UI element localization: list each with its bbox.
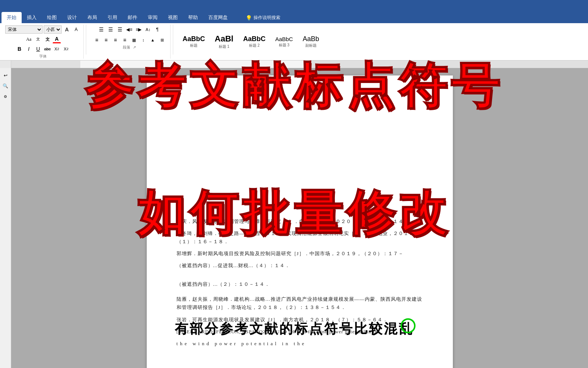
ribbon-tabs: 开始 插入 绘图 设计 布局 引用 邮件 审阅 视图 帮助 百度网盘 💡 操作说… — [0, 10, 588, 23]
sort-button[interactable]: A↕ — [144, 25, 152, 34]
search-button[interactable]: 💡 操作说明搜索 — [240, 12, 286, 23]
phonetic-btn[interactable]: 文 — [34, 35, 42, 43]
style-preview-subtitle: AaBb — [303, 35, 319, 43]
strikethrough-button[interactable]: abc — [43, 45, 52, 53]
para-second-row: ≡ ≡ ≡ ≡ ▦ ↕ ▲ ⊞ — [93, 36, 166, 44]
document-page: 孙庆．风力发电系统监测管理与故障分析研究［J］．自动化应用，２０２０，（１）：１… — [147, 75, 453, 368]
ref-item-2: 陆冬琦，吴剑锋．破题之路——广西２０１８年实现清洁能源全额消纳纪实［J］．广西电… — [177, 229, 423, 246]
font-top-row: 宋体 小四 A A — [5, 25, 80, 34]
font-size-select[interactable]: 小四 — [44, 25, 62, 34]
style-label-h2: 标题 2 — [249, 43, 259, 48]
paragraph-label: 段落 ↗ — [123, 45, 136, 50]
ref-item-7: 张岩．可再生能源发电现状及发展建议［J］．南方农机，２０１８，（７）：５８－６４… — [177, 316, 423, 324]
style-item-subtitle[interactable]: AaBb 副标题 — [299, 33, 323, 50]
wen-btn[interactable]: 文 — [43, 35, 52, 43]
style-item-h2[interactable]: AaBbC 标题 2 — [240, 33, 269, 50]
tab-help[interactable]: 帮助 — [183, 12, 203, 23]
ruler-track — [11, 61, 588, 68]
ref-item-3: 郭增辉．新时期风电项目投资风险及控制问题研究［J］．中国市场，２０１９，（２０）… — [177, 250, 423, 258]
font-section: 宋体 小四 A A Aa 文 文 A B I U abc X2 X2 字体 — [2, 25, 84, 59]
line-spacing-button[interactable]: ↕ — [139, 36, 147, 44]
tab-mail[interactable]: 邮件 — [122, 12, 143, 23]
align-center-button[interactable]: ≡ — [102, 36, 110, 44]
search-label: 操作说明搜索 — [253, 15, 280, 21]
cursor-circle — [401, 318, 416, 333]
style-preview-h2: AaBbC — [243, 35, 265, 43]
para-expand-icon[interactable]: ↗ — [133, 45, 136, 49]
superscript-button[interactable]: X2 — [62, 45, 70, 53]
left-sidebar: ↩ 🔍 ⚙ — [0, 68, 11, 368]
paragraph-section: ☰ ☰ ☰ ◀≡ ≡▶ A↕ ¶ ≡ ≡ ≡ ≡ ▦ ↕ ▲ ⊞ 段落 ↗ — [88, 25, 171, 59]
doc-container: 孙庆．风力发电系统监测管理与故障分析研究［J］．自动化应用，２０２０，（１）：１… — [11, 68, 588, 368]
style-preview-h3: AaBbC — [275, 36, 293, 43]
column-button[interactable]: ▦ — [130, 36, 138, 44]
style-label-h3: 标题 3 — [279, 43, 289, 48]
title-bar — [0, 0, 588, 10]
ruler — [0, 61, 588, 68]
ruler-corner — [0, 61, 11, 68]
tab-view[interactable]: 视图 — [163, 12, 183, 23]
sidebar-tool-3[interactable]: ⚙ — [2, 93, 9, 100]
underline-button[interactable]: U — [34, 45, 42, 53]
tab-reference[interactable]: 引用 — [102, 12, 122, 23]
font-second-row: Aa 文 文 A — [25, 35, 61, 43]
sidebar-tool-2[interactable]: 🔍 — [2, 82, 9, 90]
ref-item-6: 陆雁，赵夫振，周晓峰．建机构…战略…推进广西风电产业持续健康规模发展——内蒙、陕… — [177, 295, 423, 312]
ribbon-toolbar: 宋体 小四 A A Aa 文 文 A B I U abc X2 X2 字体 ☰ — [0, 23, 588, 61]
ref-text-1: 孙庆．风力发电系统监测管理与故障分析研究［J］．自动化应用，２０２０，（１）：１… — [177, 217, 423, 226]
styles-section: AaBbC 标题 AaBl 标题 1 AaBbC 标题 2 AaBbC 标题 3… — [175, 25, 586, 59]
subscript-button[interactable]: X2 — [53, 45, 61, 53]
list-bullet-button[interactable]: ☰ — [97, 25, 106, 34]
tab-design[interactable]: 设计 — [62, 12, 82, 23]
italic-button[interactable]: I — [25, 45, 33, 53]
style-item-h3[interactable]: AaBbC 标题 3 — [272, 34, 296, 50]
references-section: 孙庆．风力发电系统监测管理与故障分析研究［J］．自动化应用，２０２０，（１）：１… — [177, 98, 423, 348]
style-item-title[interactable]: AaBbC 标题 — [179, 33, 208, 50]
lightbulb-icon: 💡 — [246, 15, 252, 21]
font-shrink-button[interactable]: A — [72, 25, 80, 34]
border-button[interactable]: ⊞ — [158, 36, 166, 44]
ref-item-4: （被遮挡内容）...促进我...财税...（４）：１４． — [177, 262, 423, 276]
font-color-A[interactable]: A — [53, 35, 61, 43]
align-left-button[interactable]: ≡ — [93, 36, 101, 44]
list-number-button[interactable]: ☰ — [107, 25, 115, 34]
style-item-h1[interactable]: AaBl 标题 1 — [211, 32, 237, 51]
tab-layout[interactable]: 布局 — [82, 12, 102, 23]
ref-text-2: 陆冬琦，吴剑锋．破题之路——广西２０１８年实现清洁能源全额消纳纪实［J］．广西电… — [177, 229, 423, 246]
list-multilevel-button[interactable]: ☰ — [116, 25, 124, 34]
tab-draw[interactable]: 绘图 — [42, 12, 62, 23]
ref-text-5-hidden: （被遮挡内容）...（２）：１０－１４． — [177, 280, 423, 288]
sidebar-tool-1[interactable]: ↩ — [2, 72, 9, 79]
font-family-select[interactable]: 宋体 — [5, 25, 43, 34]
aa-button[interactable]: Aa — [25, 35, 33, 43]
ref-text-3: 郭增辉．新时期风电项目投资风险及控制问题研究［J］．中国市场，２０１９，（２０）… — [177, 250, 423, 258]
ref-text-continuation: the wind power potential in the — [177, 340, 423, 348]
indent-decrease-button[interactable]: ◀≡ — [125, 25, 134, 34]
ref-text-4-hidden: （被遮挡内容）...促进我...财税...（４）：１４． — [177, 262, 423, 270]
shading-button[interactable]: ▲ — [149, 36, 157, 44]
ref-item-8: [8]BERNARDO, FELICOA, ESPANOZ, PAULO GO.… — [177, 328, 423, 336]
style-label-subtitle: 副标题 — [305, 43, 317, 48]
ref-text-6: 陆雁，赵夫振，周晓峰．建机构…战略…推进广西风电产业持续健康规模发展——内蒙、陕… — [177, 295, 423, 312]
bold-button[interactable]: B — [15, 45, 24, 53]
tab-baidu[interactable]: 百度网盘 — [203, 12, 233, 23]
style-label-title: 标题 — [190, 43, 197, 48]
font-section-label: 字体 — [39, 54, 47, 59]
tab-insert[interactable]: 插入 — [22, 12, 42, 23]
indent-increase-button[interactable]: ≡▶ — [135, 25, 143, 34]
main-area: ↩ 🔍 ⚙ 孙庆．风力发电系统监测管理与故障分析研究［J］．自动化应用，２０２０… — [0, 68, 588, 368]
ref-item-1: 孙庆．风力发电系统监测管理与故障分析研究［J］．自动化应用，２０２０，（１）：１… — [177, 217, 423, 226]
font-third-row: B I U abc X2 X2 — [15, 45, 70, 53]
style-preview-h1: AaBl — [215, 34, 233, 44]
justify-button[interactable]: ≡ — [121, 36, 129, 44]
tab-review[interactable]: 审阅 — [143, 12, 163, 23]
ref-text-7: 张岩．可再生能源发电现状及发展建议［J］．南方农机，２０１８，（７）：５８－６４… — [177, 316, 423, 324]
ref-text-8: [8]BERNARDO, FELICOA, ESPANOZ, PAULO GO.… — [177, 328, 423, 336]
align-right-button[interactable]: ≡ — [111, 36, 119, 44]
para-top-row: ☰ ☰ ☰ ◀≡ ≡▶ A↕ ¶ — [97, 25, 162, 34]
show-marks-button[interactable]: ¶ — [153, 25, 162, 34]
ref-item-5: （被遮挡内容）...（２）：１０－１４． — [177, 280, 423, 291]
tab-start[interactable]: 开始 — [1, 12, 22, 23]
font-grow-button[interactable]: A — [63, 25, 71, 34]
style-preview-title: AaBbC — [183, 35, 205, 43]
